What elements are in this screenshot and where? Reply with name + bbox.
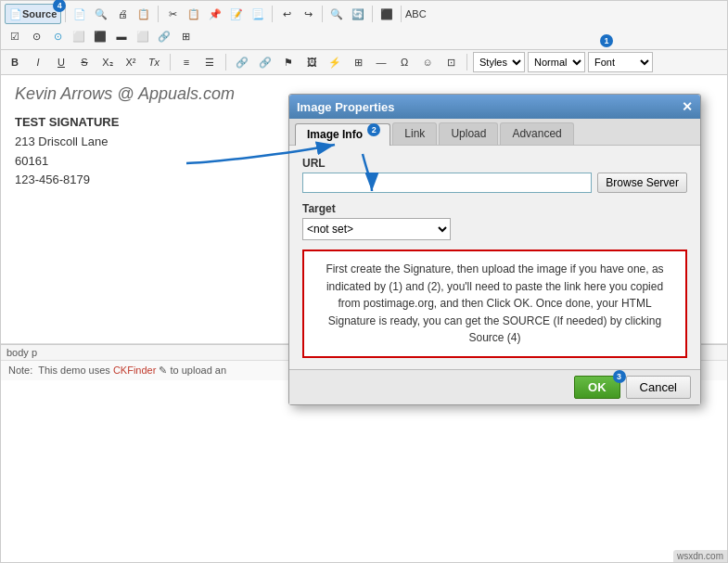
editor-wrapper: 📄 Source 4 📄 🔍 🖨 📋 ✂ 📋 📌 📝 📃 ↩ ↪ 🔍 🔄 ⬛ xyxy=(0,0,728,563)
format-select[interactable]: Normal xyxy=(528,52,585,72)
toolbar-separator-4 xyxy=(322,6,323,22)
source-button[interactable]: 📄 Source 4 xyxy=(5,4,61,24)
font-select[interactable]: Font xyxy=(588,52,653,72)
italic-button[interactable]: I xyxy=(28,52,48,72)
url-row: Browse Server xyxy=(302,173,687,193)
special-char-button[interactable]: Ω xyxy=(394,52,415,72)
toolbar-separator-5 xyxy=(372,6,373,22)
tab-link-label: Link xyxy=(404,127,425,140)
info-box-text: First create the Signature, then upload … xyxy=(326,262,663,344)
spell-check-button[interactable]: ABC xyxy=(405,4,426,24)
unlink-button[interactable]: 🔗 xyxy=(255,52,275,72)
dialog-title: Image Properties xyxy=(297,100,395,114)
tab-advanced-label: Advanced xyxy=(512,127,561,140)
tab-image-info-label: Image Info xyxy=(307,128,363,141)
ok-label: OK xyxy=(588,380,607,394)
dialog-footer: OK 3 Cancel xyxy=(289,369,700,404)
print-button[interactable]: 🖨 xyxy=(112,4,133,24)
paste-word-button[interactable]: 📃 xyxy=(248,4,268,24)
cut-button[interactable]: ✂ xyxy=(162,4,183,24)
note-text: Note: This demo uses xyxy=(8,365,113,376)
ok-button[interactable]: OK 3 xyxy=(574,376,620,399)
toolbar-separator-2 xyxy=(158,6,159,22)
source-icon: 📄 xyxy=(9,8,22,20)
badge-4: 4 xyxy=(53,0,66,12)
badge-1: 1 xyxy=(600,34,613,47)
styles-select[interactable]: Styles xyxy=(473,52,525,72)
format-sep-1 xyxy=(170,54,171,70)
dialog-body: URL Browse Server Target <not set> First… xyxy=(289,146,700,369)
templates-button[interactable]: 📋 xyxy=(134,4,154,24)
tab-upload-label: Upload xyxy=(451,127,486,140)
format-sep-3 xyxy=(466,54,467,70)
link-button[interactable]: 🔗 xyxy=(232,52,252,72)
tb-btn-6[interactable]: ⬛ xyxy=(90,26,110,46)
wsxdn-text: wsxdn.com xyxy=(677,551,723,561)
strikethrough-button[interactable]: S xyxy=(74,52,95,72)
flash-button[interactable]: ⚡ xyxy=(325,52,345,72)
paste-text-button[interactable]: 📝 xyxy=(226,4,247,24)
toolbar-row-2: ☑ ⊙ ⊙ ⬜ ⬛ ▬ ⬜ 🔗 ⊞ xyxy=(5,26,723,46)
format-sep-2 xyxy=(225,54,226,70)
source-label: Source xyxy=(22,8,57,19)
sig-line1: 213 Driscoll Lane xyxy=(15,134,108,148)
tab-image-info[interactable]: Image Info 2 xyxy=(295,123,390,146)
browse-server-button[interactable]: Browse Server xyxy=(597,173,687,193)
underline-button[interactable]: U xyxy=(51,52,71,72)
smiley-button[interactable]: ☺ xyxy=(417,52,438,72)
table-button[interactable]: ⊞ xyxy=(348,52,368,72)
replace-button[interactable]: 🔄 xyxy=(348,4,368,24)
dialog-title-bar: Image Properties ✕ xyxy=(289,95,700,119)
tab-advanced[interactable]: Advanced xyxy=(500,122,573,145)
preview-button[interactable]: 🔍 xyxy=(91,4,111,24)
url-label: URL xyxy=(302,157,687,170)
image-properties-dialog: Image Properties ✕ Image Info 2 Link Upl… xyxy=(288,94,701,405)
tb-btn-7[interactable]: ▬ xyxy=(111,26,132,46)
subscript-button[interactable]: X₂ xyxy=(97,52,118,72)
tb-btn-5[interactable]: ⬜ xyxy=(69,26,89,46)
checkbox-button[interactable]: ☑ xyxy=(5,26,25,46)
ordered-list-button[interactable]: ≡ xyxy=(176,52,197,72)
info-box: First create the Signature, then upload … xyxy=(302,250,687,358)
h-rule-button[interactable]: ― xyxy=(371,52,391,72)
cancel-button[interactable]: Cancel xyxy=(626,376,691,399)
badge-2: 2 xyxy=(367,123,380,136)
dialog-close-button[interactable]: ✕ xyxy=(682,99,693,114)
new-page-button[interactable]: 📄 xyxy=(70,4,90,24)
target-select[interactable]: <not set> xyxy=(302,218,451,240)
dialog-tabs: Image Info 2 Link Upload Advanced xyxy=(289,119,700,146)
target-label: Target xyxy=(302,202,687,215)
tb-btn-10[interactable]: ⊞ xyxy=(175,26,196,46)
toolbar-separator-3 xyxy=(272,6,273,22)
toolbar-separator-6 xyxy=(401,6,402,22)
tab-link[interactable]: Link xyxy=(392,122,437,145)
sig-line2: 60161 xyxy=(15,154,48,168)
paste-button[interactable]: 📌 xyxy=(205,4,225,24)
tb-btn-9[interactable]: 🔗 xyxy=(154,26,174,46)
url-input[interactable] xyxy=(302,173,592,193)
tb-btn-8[interactable]: ⬜ xyxy=(133,26,153,46)
badge-3: 3 xyxy=(613,370,626,383)
image-button[interactable]: 🖼 xyxy=(301,52,322,72)
copy-button[interactable]: 📋 xyxy=(184,4,204,24)
ckfinder-link[interactable]: CKFinder xyxy=(113,365,156,376)
redo-button[interactable]: ↪ xyxy=(298,4,318,24)
iframe-button[interactable]: ⊡ xyxy=(441,52,461,72)
active-radio[interactable]: ⊙ xyxy=(47,26,68,46)
radio-button-tb[interactable]: ⊙ xyxy=(26,26,46,46)
unordered-list-button[interactable]: ☰ xyxy=(199,52,220,72)
tab-upload[interactable]: Upload xyxy=(439,122,498,145)
remove-format-button[interactable]: Tx xyxy=(144,52,164,72)
main-toolbar: 📄 Source 4 📄 🔍 🖨 📋 ✂ 📋 📌 📝 📃 ↩ ↪ 🔍 🔄 ⬛ xyxy=(1,1,727,50)
format-bar: B I U S X₂ X² Tx ≡ ☰ 🔗 🔗 ⚑ 🖼 ⚡ ⊞ ― Ω ☺ ⊡… xyxy=(1,50,727,75)
bold-button[interactable]: B xyxy=(5,52,25,72)
select-all-button[interactable]: ⬛ xyxy=(377,4,397,24)
find-button[interactable]: 🔍 xyxy=(326,4,347,24)
sig-line3: 123-456-8179 xyxy=(15,173,90,186)
status-text: body p xyxy=(6,347,37,358)
wsxdn-bar: wsxdn.com xyxy=(673,550,727,562)
anchor-button[interactable]: ⚑ xyxy=(278,52,299,72)
superscript-button[interactable]: X² xyxy=(121,52,141,72)
undo-button[interactable]: ↩ xyxy=(276,4,297,24)
note-suffix: ✎ to upload an xyxy=(159,365,226,376)
